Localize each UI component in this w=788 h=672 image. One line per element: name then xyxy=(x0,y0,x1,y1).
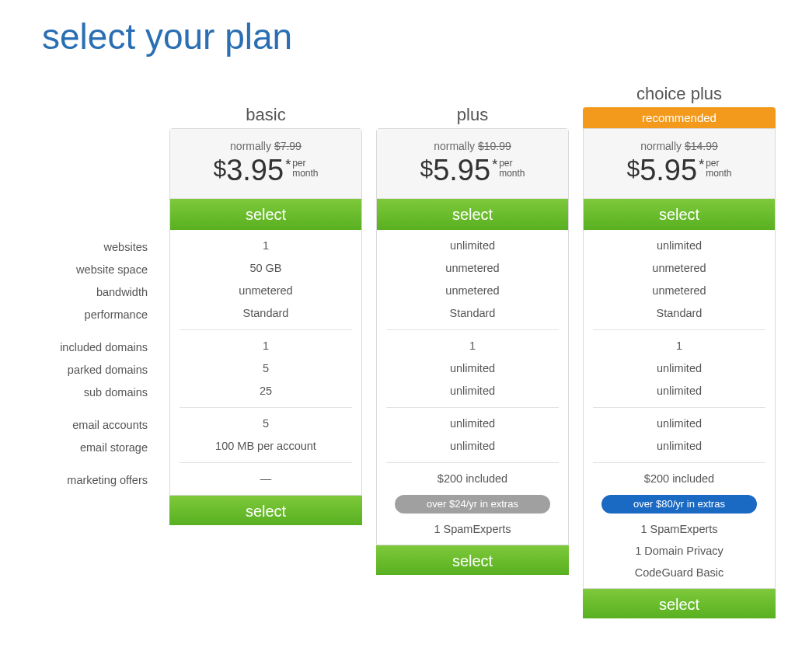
feature-value: unlimited xyxy=(377,380,568,402)
normally-prefix: normally xyxy=(434,140,478,152)
feature-value: unlimited xyxy=(584,357,775,380)
extra-feature: 1 SpamExperts xyxy=(584,518,775,540)
select-button[interactable]: select xyxy=(584,199,775,230)
feature-value: 5 xyxy=(170,413,361,435)
feature-value: 50 GB xyxy=(170,257,361,280)
normal-price-value: $7.99 xyxy=(274,140,302,152)
feature-value: Standard xyxy=(584,302,775,325)
plan-card: normally $10.99 $ 5.95 * permonth select… xyxy=(376,128,569,545)
asterisk: * xyxy=(492,157,497,173)
price-box: normally $14.99 $ 5.95 * permonth xyxy=(584,129,775,199)
extras-pill: over $24/yr in extras xyxy=(395,495,550,514)
page-title: select your plan xyxy=(42,16,765,57)
feature-value: unlimited xyxy=(584,380,775,402)
feature-value: unmetered xyxy=(584,257,775,280)
asterisk: * xyxy=(699,157,704,173)
plan-column-choice-plus: choice plus recommended normally $14.99 … xyxy=(583,81,776,618)
asterisk: * xyxy=(285,157,291,173)
feature-value: unlimited xyxy=(377,235,568,257)
extras-pill: over $80/yr in extras xyxy=(601,495,757,514)
feature-value: unlimited xyxy=(584,235,775,257)
normal-price-value: $10.99 xyxy=(478,140,511,152)
normal-price: normally $10.99 xyxy=(377,140,568,152)
plan-name: plus xyxy=(376,102,569,128)
price-amount: 3.95 xyxy=(226,154,284,187)
feature-value: unlimited xyxy=(377,413,568,435)
feature-value: unmetered xyxy=(584,280,775,302)
select-button-bottom[interactable]: select xyxy=(376,545,569,575)
plan-card: normally $14.99 $ 5.95 * permonth select… xyxy=(583,128,776,589)
feature-value: Standard xyxy=(377,302,568,325)
normally-prefix: normally xyxy=(230,140,274,152)
feature-value: 100 MB per account xyxy=(170,435,361,458)
feature-label: website space xyxy=(23,259,155,281)
feature-label: marketing offers xyxy=(23,469,155,492)
feature-value: unmetered xyxy=(377,257,568,280)
features-list: unlimited unmetered unmetered Standard 1… xyxy=(377,230,568,545)
feature-value: 1 xyxy=(170,235,361,257)
pricing-grid: websites website space bandwidth perform… xyxy=(23,81,765,618)
feature-value: — xyxy=(170,468,361,490)
per-month-label: permonth xyxy=(706,158,731,179)
plan-column-basic: basic normally $7.99 $ 3.95 * permonth s… xyxy=(169,81,362,525)
per-month-label: permonth xyxy=(292,158,318,179)
per-month-label: permonth xyxy=(499,158,525,179)
feature-value: unlimited xyxy=(584,435,775,458)
feature-value: 5 xyxy=(170,357,361,380)
normal-price-value: $14.99 xyxy=(685,140,718,152)
normally-prefix: normally xyxy=(640,140,685,152)
price-line: $ 5.95 * permonth xyxy=(584,154,775,187)
feature-label: included domains xyxy=(23,336,155,359)
price-amount: 5.95 xyxy=(640,154,697,187)
price-box: normally $7.99 $ 3.95 * permonth xyxy=(170,129,361,199)
currency-symbol: $ xyxy=(420,155,433,182)
normal-price: normally $14.99 xyxy=(584,140,775,152)
feature-label: sub domains xyxy=(23,381,155,404)
select-button-bottom[interactable]: select xyxy=(169,496,362,525)
extra-feature: 1 Domain Privacy xyxy=(584,540,775,562)
feature-value: 25 xyxy=(170,380,361,402)
feature-label: performance xyxy=(23,304,155,326)
feature-label: email storage xyxy=(23,437,155,459)
features-list: unlimited unmetered unmetered Standard 1… xyxy=(584,230,775,588)
select-button[interactable]: select xyxy=(170,199,361,230)
recommended-badge: recommended xyxy=(583,107,776,128)
feature-value: $200 included xyxy=(377,468,568,490)
feature-label: parked domains xyxy=(23,359,155,381)
plan-name: basic xyxy=(169,102,362,128)
feature-value: unmetered xyxy=(170,280,361,302)
feature-label: email accounts xyxy=(23,414,155,437)
feature-labels-column: websites website space bandwidth perform… xyxy=(23,81,155,492)
feature-value: unlimited xyxy=(377,435,568,458)
normal-price: normally $7.99 xyxy=(170,140,361,152)
currency-symbol: $ xyxy=(626,155,640,182)
plan-name: choice plus xyxy=(583,81,776,107)
plan-column-plus: plus normally $10.99 $ 5.95 * permonth s… xyxy=(376,81,569,575)
feature-value: Standard xyxy=(170,302,361,325)
price-box: normally $10.99 $ 5.95 * permonth xyxy=(377,129,568,199)
feature-value: 1 xyxy=(584,335,775,357)
feature-value: 1 xyxy=(170,335,361,357)
select-button-bottom[interactable]: select xyxy=(583,589,776,618)
price-line: $ 3.95 * permonth xyxy=(170,154,361,187)
extra-feature: 1 SpamExperts xyxy=(377,518,568,540)
select-button[interactable]: select xyxy=(377,199,568,230)
price-amount: 5.95 xyxy=(433,154,490,187)
currency-symbol: $ xyxy=(213,155,226,182)
features-list: 1 50 GB unmetered Standard 1 5 25 5 100 … xyxy=(170,230,361,495)
plan-card: normally $7.99 $ 3.95 * permonth select … xyxy=(169,128,362,496)
price-line: $ 5.95 * permonth xyxy=(377,154,568,187)
feature-value: $200 included xyxy=(584,468,775,490)
extra-feature: CodeGuard Basic xyxy=(584,562,775,583)
feature-value: unmetered xyxy=(377,280,568,302)
feature-value: unlimited xyxy=(377,357,568,380)
feature-value: unlimited xyxy=(584,413,775,435)
feature-value: 1 xyxy=(377,335,568,357)
feature-label: bandwidth xyxy=(23,281,155,304)
feature-label: websites xyxy=(23,236,155,259)
